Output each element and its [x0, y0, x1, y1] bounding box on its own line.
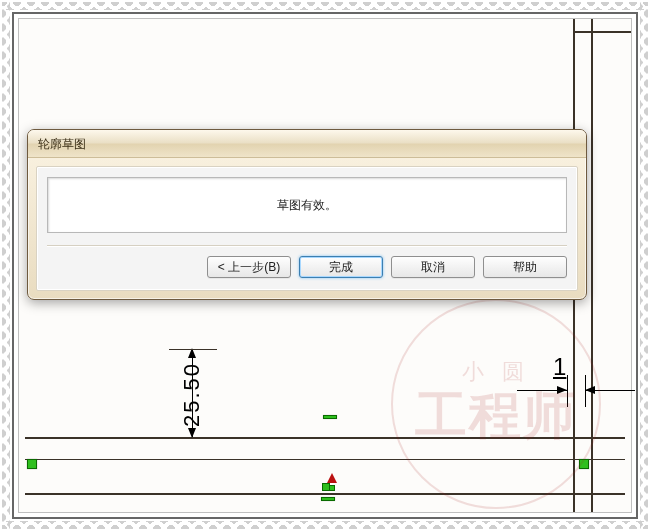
dialog-message: 草图有效。	[47, 177, 567, 233]
constraint-marker[interactable]	[321, 497, 335, 501]
back-button[interactable]: < 上一步(B)	[207, 256, 291, 278]
cancel-button[interactable]: 取消	[391, 256, 475, 278]
origin-marker[interactable]	[319, 473, 337, 491]
dimension-value[interactable]: 1	[553, 353, 566, 381]
watermark: 小 圆 工程师	[391, 299, 601, 509]
app-inner: 25.50 1 小 圆 工程师 轮廓草图 草图有效。	[18, 18, 632, 513]
dimension-ext	[169, 349, 217, 350]
app-frame: 25.50 1 小 圆 工程师 轮廓草图 草图有效。	[12, 12, 638, 519]
constraint-marker[interactable]	[579, 459, 589, 469]
watermark-top: 小 圆	[462, 357, 530, 387]
dialog-title[interactable]: 轮廓草图	[28, 130, 586, 158]
sketch-line[interactable]	[25, 437, 625, 439]
button-row: < 上一步(B) 完成 取消 帮助	[47, 256, 567, 278]
edge-line	[575, 31, 631, 33]
watermark-main: 工程师	[415, 381, 577, 451]
sketch-line[interactable]	[25, 459, 625, 460]
dimension-value[interactable]: 25.50	[179, 362, 205, 427]
constraint-marker[interactable]	[323, 415, 337, 419]
dialog-body: 草图有效。 < 上一步(B) 完成 取消 帮助	[36, 166, 578, 291]
help-button[interactable]: 帮助	[483, 256, 567, 278]
profile-sketch-dialog: 轮廓草图 草图有效。 < 上一步(B) 完成 取消 帮助	[27, 129, 587, 300]
finish-button[interactable]: 完成	[299, 256, 383, 278]
constraint-marker[interactable]	[27, 459, 37, 469]
cad-canvas[interactable]: 25.50 1 小 圆 工程师 轮廓草图 草图有效。	[19, 19, 631, 512]
separator	[47, 245, 567, 246]
sketch-line[interactable]	[25, 493, 625, 495]
